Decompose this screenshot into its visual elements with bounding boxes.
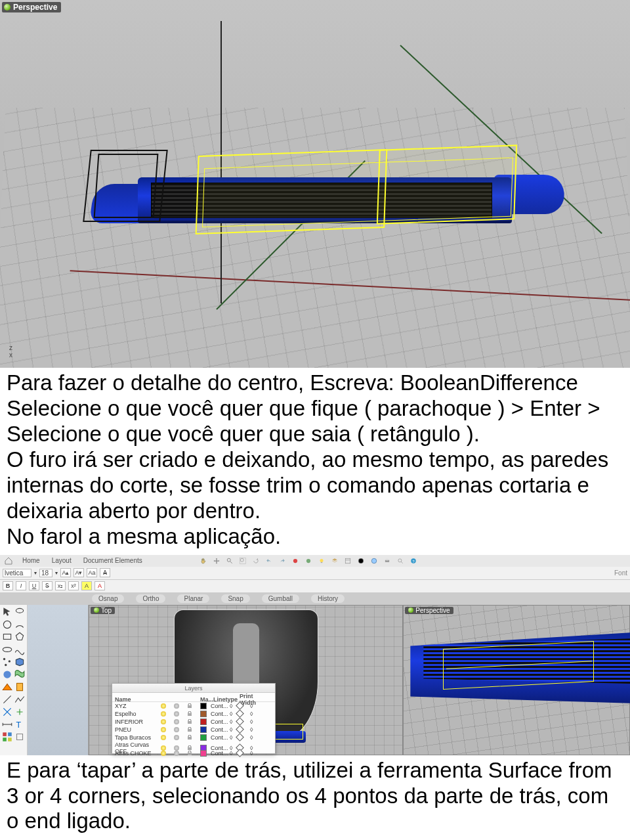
- sphere-icon[interactable]: [1, 669, 13, 680]
- layers-panel[interactable]: Layers Name Ma... Linetype Print Width X…: [112, 683, 276, 754]
- lock-icon[interactable]: [187, 727, 192, 732]
- visibility-icon[interactable]: [161, 735, 166, 740]
- mesh-icon[interactable]: [1, 681, 13, 693]
- help-icon[interactable]: ?: [408, 555, 419, 567]
- visibility-icon[interactable]: [161, 711, 166, 717]
- layer-color-swatch[interactable]: [200, 711, 207, 717]
- circle-icon[interactable]: [1, 619, 13, 630]
- arc-icon[interactable]: [14, 619, 26, 630]
- hand-icon[interactable]: [198, 555, 209, 567]
- lock-icon[interactable]: [187, 719, 192, 724]
- snap-gumball[interactable]: Gumball: [262, 594, 299, 603]
- more-icon[interactable]: [14, 731, 26, 743]
- print-color-icon[interactable]: [236, 733, 244, 741]
- dim-icon[interactable]: [1, 718, 13, 730]
- layer-row[interactable]: Tapa BuracosCont... ◊◊: [112, 734, 275, 741]
- layer-color-swatch[interactable]: [200, 703, 207, 709]
- sup-icon[interactable]: x²: [68, 581, 79, 590]
- redo-icon[interactable]: [276, 555, 288, 567]
- font-name-field[interactable]: lvetica: [3, 569, 32, 577]
- font-color-icon[interactable]: A: [94, 581, 105, 590]
- bold-icon[interactable]: B: [3, 581, 13, 590]
- zoom-icon[interactable]: [224, 555, 236, 567]
- visibility-icon-2[interactable]: [174, 727, 179, 732]
- viewport-perspective-large[interactable]: Perspective z x: [0, 0, 630, 368]
- layers-icon[interactable]: [329, 555, 341, 567]
- ellipse-icon[interactable]: [1, 644, 13, 655]
- print-color-icon[interactable]: [236, 709, 244, 718]
- undo-icon[interactable]: [263, 555, 275, 567]
- layer-row[interactable]: Atras Curvas OFFCont... ◊◊: [112, 741, 275, 749]
- rect-icon[interactable]: [1, 631, 13, 643]
- layer-row[interactable]: PNEUCont... ◊◊: [112, 726, 275, 734]
- move-icon[interactable]: [211, 555, 222, 567]
- tab-home[interactable]: Home: [20, 556, 43, 565]
- print-color-icon[interactable]: [236, 725, 244, 734]
- visibility-icon-2[interactable]: [174, 735, 179, 740]
- lock-icon[interactable]: [187, 745, 192, 751]
- lasso-icon[interactable]: [14, 606, 26, 618]
- lock-icon[interactable]: [187, 751, 192, 756]
- points-icon[interactable]: [1, 656, 13, 668]
- extrude-icon[interactable]: [14, 681, 26, 693]
- line-icon[interactable]: [1, 694, 13, 705]
- layer-color-swatch[interactable]: [200, 734, 207, 741]
- grid-icon[interactable]: [1, 731, 13, 743]
- polyline-icon[interactable]: [14, 694, 26, 705]
- font-size-field[interactable]: 18: [39, 569, 52, 577]
- visibility-icon[interactable]: [161, 727, 166, 732]
- shrink-font-icon[interactable]: A▾: [74, 568, 84, 577]
- rotate-view-icon[interactable]: [250, 555, 262, 567]
- visibility-icon-2[interactable]: [174, 711, 179, 717]
- lock-icon[interactable]: [187, 735, 192, 740]
- grow-font-icon[interactable]: A▴: [60, 568, 71, 577]
- visibility-icon-2[interactable]: [174, 719, 179, 724]
- bulb-icon[interactable]: [316, 555, 327, 567]
- layer-row[interactable]: EspelhoCont... ◊◊: [112, 710, 275, 718]
- shade-icon[interactable]: [303, 555, 314, 567]
- snap-planar[interactable]: Planar: [177, 594, 209, 603]
- layer-color-swatch[interactable]: [200, 726, 207, 733]
- print-icon[interactable]: [381, 555, 393, 567]
- globe-icon[interactable]: [368, 555, 380, 567]
- snap-history[interactable]: History: [311, 594, 345, 603]
- zoom-sel-icon[interactable]: [394, 555, 406, 567]
- clear-format-icon[interactable]: A̶: [100, 568, 110, 577]
- layer-row[interactable]: Atras CHOKECont... ◊◊: [112, 749, 275, 757]
- color-wheel-icon[interactable]: [355, 555, 367, 567]
- tab-layout[interactable]: Layout: [49, 556, 74, 565]
- visibility-icon[interactable]: [161, 703, 166, 709]
- visibility-icon-2[interactable]: [174, 745, 179, 751]
- properties-icon[interactable]: [342, 555, 354, 567]
- curve-icon[interactable]: [14, 644, 26, 655]
- snap-snap[interactable]: Snap: [221, 594, 249, 603]
- sub-icon[interactable]: x₂: [55, 581, 66, 590]
- visibility-icon[interactable]: [161, 719, 166, 724]
- text-icon[interactable]: T: [14, 718, 26, 730]
- lock-icon[interactable]: [187, 711, 192, 717]
- lock-icon[interactable]: [187, 703, 192, 709]
- underline-icon[interactable]: U: [29, 581, 39, 590]
- selection-rectangle-inner[interactable]: [202, 158, 513, 227]
- layer-row[interactable]: XYZCont... ◊◊: [112, 702, 275, 710]
- viewport-top-label[interactable]: Top: [91, 607, 115, 614]
- render-icon[interactable]: [289, 555, 301, 567]
- layer-color-swatch[interactable]: [200, 750, 207, 757]
- viewport-persp2-label[interactable]: Perspective: [405, 607, 453, 614]
- visibility-icon[interactable]: [161, 751, 166, 756]
- wireframe-box-inner[interactable]: [94, 154, 159, 218]
- viewport-perspective-small[interactable]: Perspective: [403, 605, 630, 755]
- highlight-icon[interactable]: A: [81, 581, 92, 590]
- polygon-icon[interactable]: [14, 631, 26, 643]
- tool-palette[interactable]: T: [0, 605, 28, 755]
- visibility-icon-2[interactable]: [174, 751, 179, 756]
- zoom-extents-icon[interactable]: [237, 555, 249, 567]
- strike-icon[interactable]: S̶: [42, 581, 52, 590]
- arrow-icon[interactable]: [1, 606, 13, 618]
- visibility-icon-2[interactable]: [174, 703, 179, 709]
- style-icon[interactable]: Aa: [87, 568, 97, 577]
- box-solid-icon[interactable]: [14, 656, 26, 668]
- italic-icon[interactable]: I: [16, 581, 26, 590]
- join-icon[interactable]: [14, 706, 26, 718]
- surface-icon[interactable]: [14, 669, 26, 680]
